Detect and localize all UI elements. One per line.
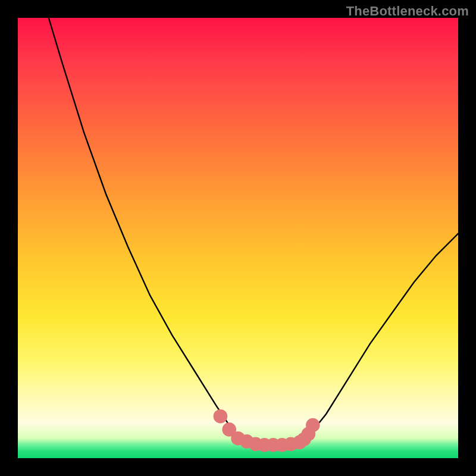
marker-dot [306, 418, 320, 433]
plot-area [18, 18, 458, 458]
chart-frame: TheBottleneck.com [0, 0, 476, 476]
marker-dot [214, 409, 228, 424]
highlight-markers [214, 409, 320, 452]
chart-svg [18, 18, 458, 458]
bottleneck-curve [49, 18, 458, 445]
watermark-text: TheBottleneck.com [346, 4, 469, 19]
